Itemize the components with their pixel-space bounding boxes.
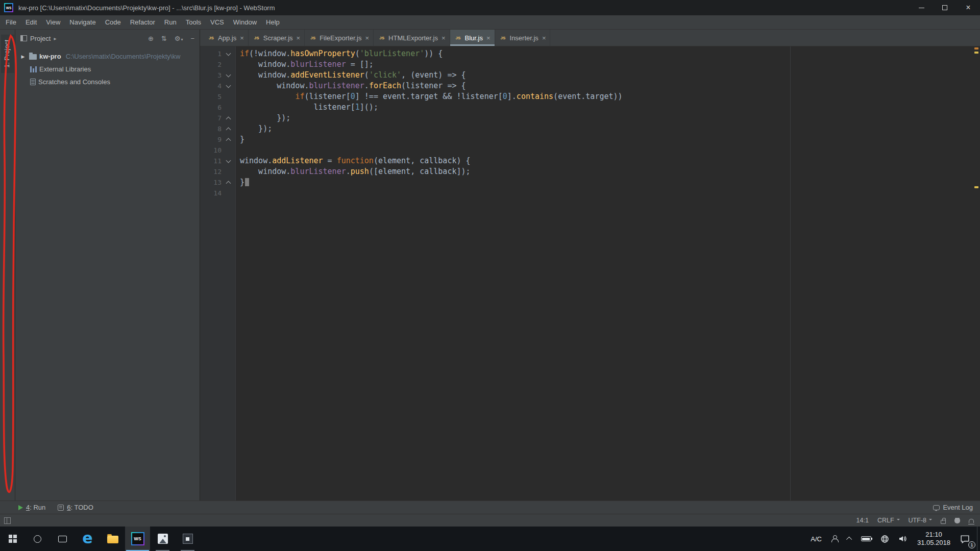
open-fold-icon[interactable] bbox=[222, 48, 235, 59]
tab-blur-js[interactable]: JSBlur.js× bbox=[450, 30, 495, 46]
code-line[interactable]: window.addListener = function(element, c… bbox=[240, 156, 980, 166]
tab-app-js[interactable]: JSApp.js× bbox=[203, 30, 249, 46]
show-desktop-button[interactable] bbox=[977, 527, 980, 551]
locate-file-icon[interactable]: ⊕ bbox=[148, 35, 154, 42]
caret-position[interactable]: 14:1 bbox=[856, 517, 869, 524]
search-button[interactable] bbox=[25, 527, 50, 551]
tab-inserter-js[interactable]: JSInserter.js× bbox=[495, 30, 551, 46]
close-fold-icon[interactable] bbox=[222, 177, 235, 188]
input-indicator[interactable]: A/C bbox=[806, 527, 826, 551]
code-line[interactable]: window.addEventListener('click', (event)… bbox=[240, 70, 980, 81]
tree-item-kw-pro[interactable]: ▶kw-proC:\Users\matix\Documents\Projekty… bbox=[15, 50, 200, 63]
code-line[interactable]: if(!window.hasOwnProperty('blurListener'… bbox=[240, 48, 980, 59]
gutter-line[interactable]: 9 bbox=[200, 134, 235, 145]
gutter-line[interactable]: 8 bbox=[200, 123, 235, 134]
tab-close-icon[interactable]: × bbox=[240, 35, 244, 41]
code-line[interactable] bbox=[240, 145, 980, 156]
webstorm-taskbar-button[interactable]: WS bbox=[125, 527, 150, 551]
minimize-button[interactable] bbox=[910, 0, 933, 15]
code-line[interactable]: }); bbox=[240, 113, 980, 123]
task-view-button[interactable] bbox=[50, 527, 75, 551]
tree-item-scratches-and-consoles[interactable]: Scratches and Consoles bbox=[15, 76, 200, 88]
tab-htmlexporter-js[interactable]: JSHTMLExporter.js× bbox=[374, 30, 450, 46]
menu-code[interactable]: Code bbox=[101, 15, 126, 30]
code-line[interactable]: }); bbox=[240, 123, 980, 134]
gutter-line[interactable]: 1 bbox=[200, 48, 235, 59]
action-center-button[interactable]: 1 bbox=[955, 527, 977, 551]
gutter-line[interactable]: 3 bbox=[200, 70, 235, 81]
stripe-mark[interactable] bbox=[974, 52, 978, 54]
code-line[interactable] bbox=[240, 188, 980, 198]
view-switcher-icon[interactable]: ▸ bbox=[54, 36, 56, 41]
code-line[interactable]: window.blurListener.push([element, callb… bbox=[240, 166, 980, 177]
menu-help[interactable]: Help bbox=[261, 15, 284, 30]
menu-window[interactable]: Window bbox=[229, 15, 261, 30]
open-fold-icon[interactable] bbox=[222, 81, 235, 91]
gutter-line[interactable]: 7 bbox=[200, 113, 235, 123]
tab-close-icon[interactable]: × bbox=[442, 35, 446, 41]
maximize-button[interactable] bbox=[933, 0, 957, 15]
expand-arrow-icon[interactable]: ▶ bbox=[19, 54, 27, 59]
code-area[interactable]: if(!window.hasOwnProperty('blurListener'… bbox=[236, 46, 980, 500]
network-status[interactable] bbox=[876, 527, 894, 551]
clock[interactable]: 21:10 31.05.2018 bbox=[912, 527, 955, 551]
code-line[interactable]: if(listener[0] !== event.target && !list… bbox=[240, 91, 980, 102]
gutter-line[interactable]: 6 bbox=[200, 102, 235, 113]
menu-run[interactable]: Run bbox=[160, 15, 181, 30]
hidden-icons-button[interactable] bbox=[843, 527, 856, 551]
hide-panel-icon[interactable]: − bbox=[190, 35, 194, 42]
tab-fileexporter-js[interactable]: JSFileExporter.js× bbox=[305, 30, 374, 46]
code-line[interactable]: } bbox=[240, 177, 980, 188]
tab-close-icon[interactable]: × bbox=[486, 35, 491, 41]
tab-close-icon[interactable]: × bbox=[542, 35, 546, 41]
tree-item-external-libraries[interactable]: External Libraries bbox=[15, 63, 200, 76]
todo-tool-window-button[interactable]: 6: TODO bbox=[58, 504, 93, 511]
menu-refactor[interactable]: Refactor bbox=[126, 15, 160, 30]
settings-gear-icon[interactable]: ⚙▾ bbox=[175, 35, 183, 42]
volume-status[interactable] bbox=[894, 527, 912, 551]
code-line[interactable]: window.blurListener.forEach(listener => … bbox=[240, 81, 980, 91]
code-line[interactable]: listener[1](); bbox=[240, 102, 980, 113]
file-explorer-button[interactable] bbox=[100, 527, 125, 551]
people-button[interactable] bbox=[826, 527, 843, 551]
gutter-line[interactable]: 10 bbox=[200, 145, 235, 156]
error-stripe[interactable] bbox=[973, 46, 980, 500]
open-fold-icon[interactable] bbox=[222, 70, 235, 81]
edge-button[interactable]: e bbox=[75, 527, 100, 551]
tab-close-icon[interactable]: × bbox=[297, 35, 301, 41]
menu-view[interactable]: View bbox=[41, 15, 65, 30]
inspections-icon[interactable] bbox=[954, 518, 960, 523]
open-fold-icon[interactable] bbox=[222, 156, 235, 166]
gutter-line[interactable]: 13 bbox=[200, 177, 235, 188]
menu-vcs[interactable]: VCS bbox=[206, 15, 229, 30]
close-fold-icon[interactable] bbox=[222, 123, 235, 134]
start-button[interactable] bbox=[0, 527, 25, 551]
lock-icon[interactable] bbox=[941, 520, 946, 524]
tab-close-icon[interactable]: × bbox=[365, 35, 370, 41]
menu-file[interactable]: File bbox=[1, 15, 21, 30]
gutter-line[interactable]: 11 bbox=[200, 156, 235, 166]
close-button[interactable]: × bbox=[957, 0, 980, 15]
event-log-button[interactable]: Event Log bbox=[933, 504, 973, 511]
menu-tools[interactable]: Tools bbox=[181, 15, 206, 30]
battery-status[interactable] bbox=[856, 527, 876, 551]
gutter-line[interactable]: 5 bbox=[200, 91, 235, 102]
collapse-all-icon[interactable]: ⇅ bbox=[161, 35, 167, 42]
close-fold-icon[interactable] bbox=[222, 113, 235, 123]
line-separator-selector[interactable]: CRLF bbox=[877, 517, 900, 524]
close-fold-icon[interactable] bbox=[222, 134, 235, 145]
stripe-mark[interactable] bbox=[974, 47, 978, 49]
menu-edit[interactable]: Edit bbox=[21, 15, 41, 30]
code-line[interactable]: window.blurListener = []; bbox=[240, 59, 980, 70]
code-line[interactable]: } bbox=[240, 134, 980, 145]
gutter-line[interactable]: 12 bbox=[200, 166, 235, 177]
encoding-selector[interactable]: UTF-8 bbox=[909, 517, 932, 524]
run-tool-window-button[interactable]: 4: Run bbox=[18, 504, 45, 511]
project-tool-window-button[interactable]: 1: Project bbox=[1, 35, 14, 73]
gutter-line[interactable]: 2 bbox=[200, 59, 235, 70]
tool-window-switcher-icon[interactable] bbox=[4, 517, 11, 524]
stripe-mark[interactable] bbox=[974, 186, 978, 188]
menu-navigate[interactable]: Navigate bbox=[65, 15, 100, 30]
gutter-line[interactable]: 14 bbox=[200, 188, 235, 198]
gutter-line[interactable]: 4 bbox=[200, 81, 235, 91]
